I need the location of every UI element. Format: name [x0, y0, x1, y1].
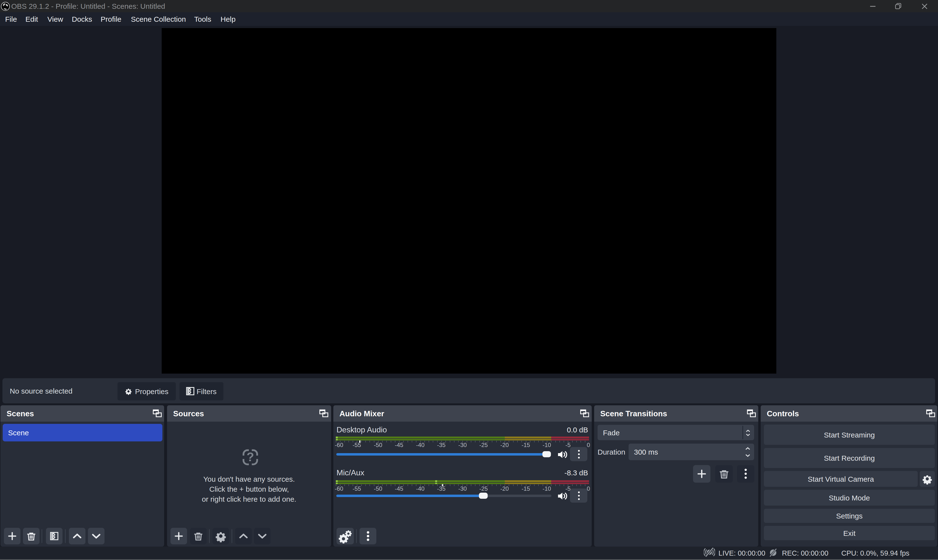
svg-text:?: ? — [247, 450, 254, 464]
